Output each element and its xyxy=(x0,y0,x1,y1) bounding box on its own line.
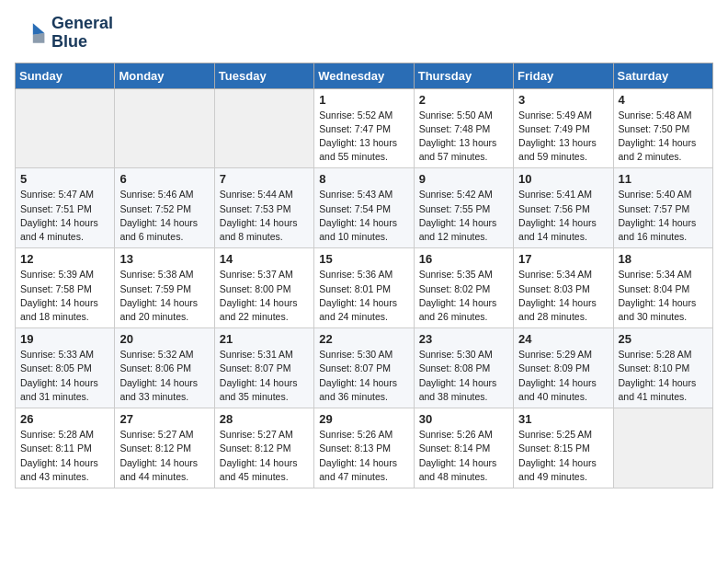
cell-details: Sunrise: 5:44 AMSunset: 7:53 PMDaylight:… xyxy=(220,189,298,242)
cell-details: Sunrise: 5:40 AMSunset: 7:57 PMDaylight:… xyxy=(619,189,697,242)
cell-details: Sunrise: 5:36 AMSunset: 8:01 PMDaylight:… xyxy=(319,269,397,322)
day-number: 17 xyxy=(518,252,608,266)
weekday-header-saturday: Saturday xyxy=(613,63,712,88)
calendar-cell: 17 Sunrise: 5:34 AMSunset: 8:03 PMDaylig… xyxy=(514,248,613,328)
cell-details: Sunrise: 5:30 AMSunset: 8:08 PMDaylight:… xyxy=(419,349,497,402)
cell-details: Sunrise: 5:30 AMSunset: 8:07 PMDaylight:… xyxy=(319,349,397,402)
weekday-header-monday: Monday xyxy=(115,63,214,88)
calendar-cell: 26 Sunrise: 5:28 AMSunset: 8:11 PMDaylig… xyxy=(16,408,115,488)
cell-details: Sunrise: 5:38 AMSunset: 7:59 PMDaylight:… xyxy=(119,269,198,322)
cell-details: Sunrise: 5:25 AMSunset: 8:15 PMDaylight:… xyxy=(518,429,597,482)
cell-details: Sunrise: 5:48 AMSunset: 7:50 PMDaylight:… xyxy=(619,109,697,163)
calendar-cell: 9 Sunrise: 5:42 AMSunset: 7:55 PMDayligh… xyxy=(414,168,513,248)
day-number: 6 xyxy=(119,172,209,186)
day-number: 24 xyxy=(518,332,608,346)
weekday-header-thursday: Thursday xyxy=(414,63,513,88)
calendar-week-4: 19 Sunrise: 5:33 AMSunset: 8:05 PMDaylig… xyxy=(16,328,713,408)
cell-details: Sunrise: 5:27 AMSunset: 8:12 PMDaylight:… xyxy=(119,429,198,482)
day-number: 7 xyxy=(220,172,309,186)
svg-marker-1 xyxy=(33,33,45,43)
weekday-header-wednesday: Wednesday xyxy=(314,63,414,88)
calendar-cell: 24 Sunrise: 5:29 AMSunset: 8:09 PMDaylig… xyxy=(514,328,613,408)
calendar-cell: 16 Sunrise: 5:35 AMSunset: 8:02 PMDaylig… xyxy=(414,248,513,328)
calendar-cell: 6 Sunrise: 5:46 AMSunset: 7:52 PMDayligh… xyxy=(115,168,214,248)
cell-details: Sunrise: 5:35 AMSunset: 8:02 PMDaylight:… xyxy=(419,269,497,322)
day-number: 15 xyxy=(319,252,408,266)
cell-details: Sunrise: 5:32 AMSunset: 8:06 PMDaylight:… xyxy=(119,349,198,402)
calendar-cell: 18 Sunrise: 5:34 AMSunset: 8:04 PMDaylig… xyxy=(613,248,712,328)
calendar-cell: 28 Sunrise: 5:27 AMSunset: 8:12 PMDaylig… xyxy=(214,408,313,488)
calendar-cell: 2 Sunrise: 5:50 AMSunset: 7:48 PMDayligh… xyxy=(414,88,513,168)
calendar-cell: 10 Sunrise: 5:41 AMSunset: 7:56 PMDaylig… xyxy=(514,168,613,248)
weekday-header-tuesday: Tuesday xyxy=(214,63,313,88)
cell-details: Sunrise: 5:50 AMSunset: 7:48 PMDaylight:… xyxy=(419,109,497,163)
cell-details: Sunrise: 5:31 AMSunset: 8:07 PMDaylight:… xyxy=(220,349,298,402)
calendar-cell: 4 Sunrise: 5:48 AMSunset: 7:50 PMDayligh… xyxy=(613,88,712,168)
calendar-cell: 31 Sunrise: 5:25 AMSunset: 8:15 PMDaylig… xyxy=(514,408,613,488)
calendar-cell: 19 Sunrise: 5:33 AMSunset: 8:05 PMDaylig… xyxy=(16,328,115,408)
cell-details: Sunrise: 5:34 AMSunset: 8:04 PMDaylight:… xyxy=(619,269,697,322)
cell-details: Sunrise: 5:29 AMSunset: 8:09 PMDaylight:… xyxy=(518,349,597,402)
day-number: 5 xyxy=(20,172,109,186)
calendar-cell: 7 Sunrise: 5:44 AMSunset: 7:53 PMDayligh… xyxy=(214,168,313,248)
cell-details: Sunrise: 5:26 AMSunset: 8:14 PMDaylight:… xyxy=(419,429,497,482)
calendar-cell: 20 Sunrise: 5:32 AMSunset: 8:06 PMDaylig… xyxy=(115,328,214,408)
day-number: 19 xyxy=(20,332,109,346)
day-number: 1 xyxy=(319,93,408,107)
day-number: 26 xyxy=(20,412,109,426)
calendar-cell: 30 Sunrise: 5:26 AMSunset: 8:14 PMDaylig… xyxy=(414,408,513,488)
cell-details: Sunrise: 5:28 AMSunset: 8:10 PMDaylight:… xyxy=(619,349,697,402)
cell-details: Sunrise: 5:43 AMSunset: 7:54 PMDaylight:… xyxy=(319,189,397,242)
page-header: General Blue xyxy=(15,15,713,52)
cell-details: Sunrise: 5:27 AMSunset: 8:12 PMDaylight:… xyxy=(220,429,298,482)
day-number: 8 xyxy=(319,172,408,186)
cell-details: Sunrise: 5:26 AMSunset: 8:13 PMDaylight:… xyxy=(319,429,397,482)
calendar-cell: 3 Sunrise: 5:49 AMSunset: 7:49 PMDayligh… xyxy=(514,88,613,168)
cell-details: Sunrise: 5:41 AMSunset: 7:56 PMDaylight:… xyxy=(518,189,597,242)
calendar-cell xyxy=(115,88,214,168)
day-number: 31 xyxy=(518,412,608,426)
day-number: 11 xyxy=(619,172,708,186)
calendar-header: SundayMondayTuesdayWednesdayThursdayFrid… xyxy=(16,63,713,88)
day-number: 28 xyxy=(220,412,309,426)
calendar-table: SundayMondayTuesdayWednesdayThursdayFrid… xyxy=(15,63,713,488)
calendar-cell: 22 Sunrise: 5:30 AMSunset: 8:07 PMDaylig… xyxy=(314,328,414,408)
calendar-cell: 11 Sunrise: 5:40 AMSunset: 7:57 PMDaylig… xyxy=(613,168,712,248)
day-number: 23 xyxy=(419,332,508,346)
cell-details: Sunrise: 5:28 AMSunset: 8:11 PMDaylight:… xyxy=(20,429,98,482)
calendar-cell xyxy=(16,88,115,168)
day-number: 3 xyxy=(518,93,608,107)
calendar-cell: 8 Sunrise: 5:43 AMSunset: 7:54 PMDayligh… xyxy=(314,168,414,248)
calendar-cell: 15 Sunrise: 5:36 AMSunset: 8:01 PMDaylig… xyxy=(314,248,414,328)
cell-details: Sunrise: 5:37 AMSunset: 8:00 PMDaylight:… xyxy=(220,269,298,322)
calendar-cell xyxy=(214,88,313,168)
logo-icon xyxy=(15,17,48,50)
cell-details: Sunrise: 5:42 AMSunset: 7:55 PMDaylight:… xyxy=(419,189,497,242)
day-number: 27 xyxy=(119,412,209,426)
calendar-cell: 5 Sunrise: 5:47 AMSunset: 7:51 PMDayligh… xyxy=(16,168,115,248)
day-number: 4 xyxy=(619,93,708,107)
svg-marker-0 xyxy=(33,23,45,35)
calendar-cell: 13 Sunrise: 5:38 AMSunset: 7:59 PMDaylig… xyxy=(115,248,214,328)
cell-details: Sunrise: 5:33 AMSunset: 8:05 PMDaylight:… xyxy=(20,349,98,402)
day-number: 25 xyxy=(619,332,708,346)
logo-text: General Blue xyxy=(51,15,113,52)
day-number: 12 xyxy=(20,252,109,266)
calendar-week-2: 5 Sunrise: 5:47 AMSunset: 7:51 PMDayligh… xyxy=(16,168,713,248)
calendar-week-5: 26 Sunrise: 5:28 AMSunset: 8:11 PMDaylig… xyxy=(16,408,713,488)
day-number: 10 xyxy=(518,172,608,186)
cell-details: Sunrise: 5:39 AMSunset: 7:58 PMDaylight:… xyxy=(20,269,98,322)
calendar-week-3: 12 Sunrise: 5:39 AMSunset: 7:58 PMDaylig… xyxy=(16,248,713,328)
calendar-week-1: 1 Sunrise: 5:52 AMSunset: 7:47 PMDayligh… xyxy=(16,88,713,168)
cell-details: Sunrise: 5:49 AMSunset: 7:49 PMDaylight:… xyxy=(518,109,597,163)
day-number: 20 xyxy=(119,332,209,346)
day-number: 18 xyxy=(619,252,708,266)
day-number: 2 xyxy=(419,93,508,107)
day-number: 21 xyxy=(220,332,309,346)
day-number: 16 xyxy=(419,252,508,266)
day-number: 30 xyxy=(419,412,508,426)
calendar-cell: 23 Sunrise: 5:30 AMSunset: 8:08 PMDaylig… xyxy=(414,328,513,408)
day-number: 14 xyxy=(220,252,309,266)
calendar-cell: 21 Sunrise: 5:31 AMSunset: 8:07 PMDaylig… xyxy=(214,328,313,408)
cell-details: Sunrise: 5:47 AMSunset: 7:51 PMDaylight:… xyxy=(20,189,98,242)
